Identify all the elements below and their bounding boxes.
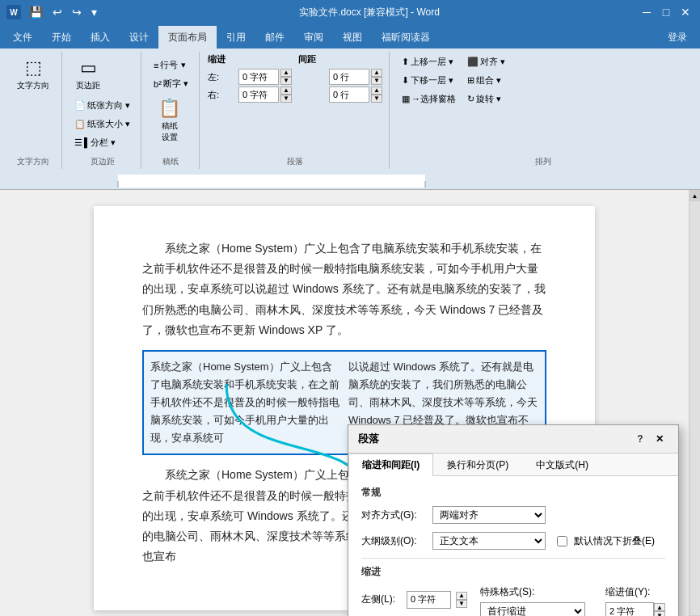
indent-right-row: 右: ▲ ▼	[208, 86, 292, 103]
send-back-btn[interactable]: ⬇ 下移一层 ▾	[398, 72, 460, 89]
sendback-label: 下移一层 ▾	[411, 74, 453, 86]
more-quick-btn[interactable]: ▾	[88, 4, 100, 20]
indent-val-row: ▲ ▼	[605, 602, 665, 616]
select-pane-btn[interactable]: ▦ →选择窗格	[398, 91, 460, 108]
align-select[interactable]: 两端对齐	[432, 506, 546, 524]
bring-forward-btn[interactable]: ⬆ 上移一层 ▾	[398, 53, 460, 70]
spacing-before-row: ▲ ▼	[298, 69, 382, 85]
login-btn[interactable]: 登录	[658, 27, 697, 49]
bringfwd-icon: ⬆	[402, 57, 409, 67]
text-direction-btn[interactable]: ⬚ 文字方向	[11, 53, 55, 95]
text-direction-icon: ⬚	[25, 57, 42, 78]
paper-icon: 📄	[74, 100, 86, 111]
left-indent-down[interactable]: ▼	[456, 600, 467, 608]
paper-size2-btn[interactable]: 📋 纸张大小 ▾	[70, 116, 134, 133]
indent-right-input[interactable]	[238, 86, 279, 103]
undo-quick-btn[interactable]: ↩	[49, 4, 65, 20]
margins-icon: ▭	[80, 57, 97, 78]
spacing-before-input[interactable]	[329, 69, 369, 85]
indent-val-up[interactable]: ▲	[654, 603, 665, 611]
tab-review[interactable]: 审阅	[294, 27, 333, 49]
doc-wrapper: 系统之家（Home System）广义上包含了电脑系统安装和手机系统安装，在之前…	[0, 190, 700, 616]
redo-quick-btn[interactable]: ↪	[69, 4, 85, 20]
linenum-btn[interactable]: ≡ 行号 ▾	[150, 57, 192, 74]
paragraph-dialog: 段落 ? ✕ 缩进和间距(I) 换行和分页(P) 中文版式(H) 常规 对齐方式…	[348, 424, 679, 616]
title-bar: W 💾 ↩ ↪ ▾ 实验文件.docx [兼容模式] - Word ─ □ ✕	[0, 0, 700, 24]
close-btn[interactable]: ✕	[677, 4, 694, 20]
indent-left-down[interactable]: ▼	[280, 77, 292, 85]
left-indent-up[interactable]: ▲	[456, 592, 467, 600]
columns-btn[interactable]: ☰ ▌分栏 ▾	[70, 134, 134, 151]
window-controls: ─ □ ✕	[639, 4, 694, 20]
draft-group: ≡ 行号 ▾ b² 断字 ▾ 📋 稿纸设置 稿纸	[143, 52, 200, 169]
left-indent-input[interactable]	[407, 591, 451, 609]
save-quick-btn[interactable]: 💾	[26, 4, 46, 20]
text-direction-group: ⬚ 文字方向 文字方向	[5, 52, 62, 169]
spacing-before-up[interactable]: ▲	[371, 69, 382, 77]
dialog-help-btn[interactable]: ?	[631, 430, 649, 448]
indent-val-down[interactable]: ▼	[654, 611, 665, 616]
paragraph-group: 缩进 左: ▲ ▼ 右: ▲ ▼	[201, 52, 390, 169]
linenum-icon: ≡	[154, 61, 158, 70]
outline-select[interactable]: 正文文本	[432, 532, 546, 550]
left-indent-spin: ▲ ▼	[456, 592, 467, 608]
maximize-btn[interactable]: □	[658, 4, 674, 20]
indent-right-down[interactable]: ▼	[280, 95, 292, 103]
tab-view[interactable]: 视图	[333, 27, 372, 49]
tab-references[interactable]: 引用	[217, 27, 255, 49]
spacing-after-up[interactable]: ▲	[371, 86, 382, 95]
word-icon: W	[6, 5, 21, 19]
minimize-btn[interactable]: ─	[639, 4, 655, 20]
tab-file[interactable]: 文件	[3, 27, 42, 49]
indent-left-input[interactable]	[238, 69, 279, 85]
special-select-wrap: 首行缩进	[480, 602, 592, 616]
tab-foxit[interactable]: 福昕阅读器	[372, 27, 440, 49]
indent-val-input[interactable]	[605, 602, 654, 616]
indent-left-row: 左: ▲ ▼	[208, 69, 292, 85]
hyphen-icon: b²	[154, 79, 162, 89]
indent-val-spin: ▲ ▼	[654, 603, 665, 616]
special-format-select[interactable]: 首行缩进	[480, 602, 585, 616]
dialog-close-btn[interactable]: ✕	[651, 430, 668, 448]
collapse-checkbox[interactable]	[557, 536, 567, 546]
indent-right-up[interactable]: ▲	[280, 86, 292, 95]
spacing-after-row: ▲ ▼	[298, 86, 382, 103]
spacing-after-spin: ▲ ▼	[371, 86, 382, 103]
paper-size-btn[interactable]: 📄 纸张方向 ▾	[70, 97, 134, 114]
tab-home[interactable]: 开始	[42, 27, 81, 49]
arrange-group: ⬆ 上移一层 ▾ ⬇ 下移一层 ▾ ▦ →选择窗格 ⬛ 对齐 ▾ ⊞	[391, 52, 695, 169]
align-row: 对齐方式(G): 两端对齐	[361, 506, 665, 524]
tab-page-layout[interactable]: 页面布局	[158, 26, 217, 49]
draft-label: 稿纸设置	[162, 120, 178, 143]
indent-left-label: 左:	[208, 71, 237, 83]
tab-insert[interactable]: 插入	[81, 27, 120, 49]
tab-design[interactable]: 设计	[120, 27, 158, 49]
papersize-label: 纸张大小 ▾	[87, 118, 130, 130]
spacing-after-down[interactable]: ▼	[371, 95, 382, 103]
align-btn[interactable]: ⬛ 对齐 ▾	[463, 53, 509, 70]
scroll-track[interactable]	[689, 201, 700, 615]
ruler-svg	[5, 175, 695, 188]
tab-mailings[interactable]: 邮件	[255, 27, 294, 49]
indent-right-spin: ▲ ▼	[280, 86, 292, 103]
group-btn[interactable]: ⊞ 组合 ▾	[463, 72, 509, 89]
hyphen-btn[interactable]: b² 断字 ▾	[150, 75, 192, 92]
margins-label: 页边距	[76, 80, 100, 91]
ribbon-tabs: 文件 开始 插入 设计 页面布局 引用 邮件 审阅 视图 福昕阅读器 登录	[0, 24, 700, 49]
title-bar-left: W 💾 ↩ ↪ ▾	[6, 4, 100, 20]
scroll-up-btn[interactable]: ▲	[689, 190, 700, 201]
dlg-tab-chinese[interactable]: 中文版式(H)	[522, 454, 602, 476]
indent-left-up[interactable]: ▲	[280, 69, 292, 77]
outline-label: 大纲级别(O):	[361, 534, 426, 548]
dialog-title-bar: 段落 ? ✕	[348, 425, 678, 454]
margins-btn[interactable]: ▭ 页边距	[70, 53, 106, 95]
draft-btn[interactable]: 📋 稿纸设置	[153, 94, 186, 147]
columns-icon: ☰	[74, 137, 82, 148]
spacing-after-input[interactable]	[329, 86, 369, 103]
rotate-btn[interactable]: ↻ 旋转 ▾	[463, 91, 509, 108]
selectpane-label: →选择窗格	[411, 93, 456, 105]
spacing-before-down[interactable]: ▼	[371, 77, 382, 85]
dlg-tab-indent[interactable]: 缩进和间距(I)	[348, 454, 433, 476]
dlg-tab-linebreak[interactable]: 换行和分页(P)	[433, 454, 522, 476]
spacing-spinners: 间距 ▲ ▼ ▲ ▼	[298, 53, 382, 104]
